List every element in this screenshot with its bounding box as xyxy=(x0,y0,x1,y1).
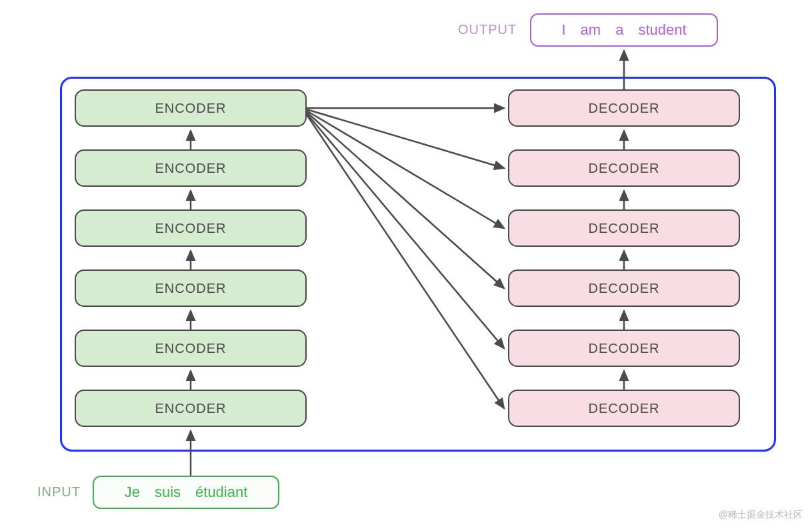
output-label: OUTPUT xyxy=(458,22,517,37)
input-token: étudiant xyxy=(195,484,247,501)
output-token: student xyxy=(638,21,686,39)
input-token: suis xyxy=(155,484,181,501)
decoder-stack: DECODER DECODER DECODER DECODER DECODER … xyxy=(508,89,740,427)
decoder-block: DECODER xyxy=(508,209,740,247)
watermark-text: @稀土掘金技术社区 xyxy=(719,509,803,521)
input-box: Je suis étudiant xyxy=(93,476,279,509)
decoder-block: DECODER xyxy=(508,270,740,307)
encoder-block: ENCODER xyxy=(75,149,307,187)
output-box: I am a student xyxy=(530,13,718,47)
encoder-stack: ENCODER ENCODER ENCODER ENCODER ENCODER … xyxy=(75,89,307,427)
decoder-block: DECODER xyxy=(508,330,740,367)
input-label: INPUT xyxy=(37,484,81,500)
input-token: Je xyxy=(125,484,140,501)
decoder-block: DECODER xyxy=(508,89,740,127)
encoder-block: ENCODER xyxy=(75,390,307,427)
output-token: a xyxy=(615,21,623,39)
encoder-block: ENCODER xyxy=(75,270,307,307)
encoder-block: ENCODER xyxy=(75,89,307,127)
decoder-block: DECODER xyxy=(508,390,740,427)
output-token: I xyxy=(561,21,565,39)
output-token: am xyxy=(581,21,601,39)
encoder-block: ENCODER xyxy=(75,209,307,247)
decoder-block: DECODER xyxy=(508,149,740,187)
encoder-block: ENCODER xyxy=(75,330,307,367)
